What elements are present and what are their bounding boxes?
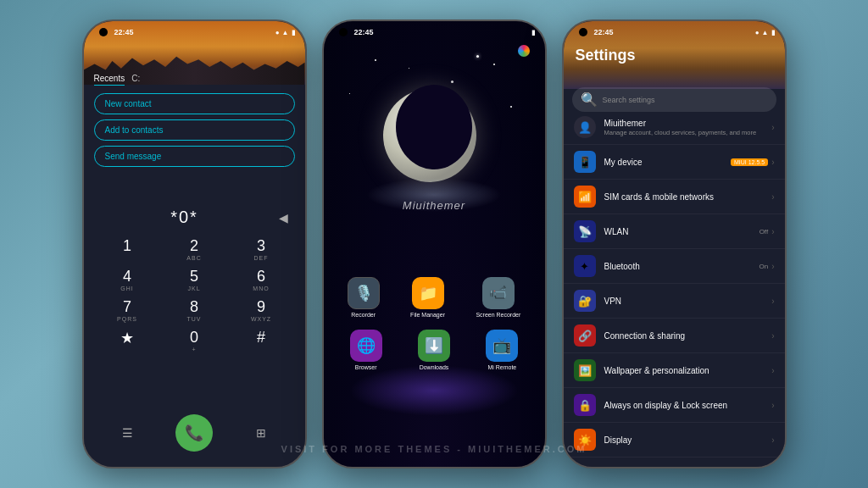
screen-recorder-label: Screen Recorder: [476, 312, 520, 318]
mydevice-icon: 📱: [574, 151, 596, 173]
dialpad-row-2: 4GHI 5JKL 6MNO: [94, 268, 295, 291]
wlan-value: Off: [760, 228, 769, 236]
sim-text: SIM cards & mobile networks: [604, 192, 764, 202]
search-bar[interactable]: 🔍 Search settings: [572, 87, 776, 112]
brand-text: Miuithemer: [324, 199, 545, 212]
app-file-manager[interactable]: 📁 File Manager: [410, 277, 445, 318]
miuithemer-text: Miuithemer Manage account, cloud service…: [604, 119, 764, 136]
display-text: Display: [604, 435, 764, 445]
signal-icon-3: ●: [755, 29, 760, 36]
dial-key-1[interactable]: 1: [104, 237, 151, 261]
settings-item-wlan[interactable]: 📡 WLAN Off ›: [564, 214, 785, 249]
dialpad-icon[interactable]: ⊞: [256, 426, 266, 440]
signal-icon: ●: [275, 29, 280, 36]
dial-key-6[interactable]: 6MNO: [238, 268, 285, 291]
app-recorder[interactable]: 🎙️ Recorder: [348, 277, 380, 318]
settings-item-bluetooth[interactable]: ✦ Bluetooth On ›: [564, 249, 785, 284]
settings-item-mydevice[interactable]: 📱 My device MIUI 12.5.5 ›: [564, 145, 785, 180]
status-icons-1: ● ▲ ▮: [275, 29, 295, 36]
vpn-icon: 🔐: [574, 290, 596, 312]
settings-item-vpn[interactable]: 🔐 VPN ›: [564, 284, 785, 319]
wlan-label: WLAN: [604, 227, 751, 236]
dial-key-3[interactable]: 3DEF: [238, 237, 285, 261]
watermark: VISIT FOR MORE THEMES - MIUITHEMER.COM: [281, 444, 587, 454]
dial-key-9[interactable]: 9WXYZ: [238, 298, 285, 322]
app-mi-remote[interactable]: 📺 Mi Remote: [486, 330, 518, 370]
aod-label: Always on display & Lock screen: [604, 401, 764, 410]
settings-item-sim[interactable]: 📶 SIM cards & mobile networks ›: [564, 180, 785, 214]
dialpad-row-4: ★ 0+ #: [94, 329, 295, 352]
dial-key-4[interactable]: 4GHI: [104, 268, 151, 291]
phone-home: Miuithemer 🎙️ Recorder 📁 File Manager 📹 …: [322, 19, 547, 469]
status-time-2: 22:45: [354, 28, 374, 36]
settings-item-wallpaper[interactable]: 🖼️ Wallpaper & personalization ›: [564, 353, 785, 388]
star-1: [375, 59, 376, 61]
chevron-icon-9: ›: [771, 435, 774, 445]
connection-icon: 🔗: [574, 324, 596, 347]
settings-item-connection[interactable]: 🔗 Connection & sharing ›: [564, 319, 785, 353]
dial-key-hash[interactable]: #: [238, 329, 285, 352]
dial-key-0[interactable]: 0+: [171, 329, 218, 352]
dial-key-7[interactable]: 7PQRS: [104, 298, 151, 322]
settings-list: 👤 Miuithemer Manage account, cloud servi…: [564, 110, 785, 467]
call-button[interactable]: 📞: [175, 414, 213, 452]
bottom-bar-1: ☰ 📞 ⊞: [84, 414, 305, 452]
add-to-contacts-btn[interactable]: Add to contacts: [94, 119, 295, 141]
phone-settings: 22:45 ● ▲ ▮ Settings 🔍 Search settings 👤…: [562, 19, 787, 469]
backspace-icon[interactable]: ◀: [279, 211, 288, 225]
downloads-icon: ⬇️: [418, 330, 450, 362]
bluetooth-icon: ✦: [574, 255, 596, 277]
settings-item-miuithemer[interactable]: 👤 Miuithemer Manage account, cloud servi…: [564, 110, 785, 145]
wallpaper-icon: 🖼️: [574, 359, 596, 381]
dialpad-row-3: 7PQRS 8TUV 9WXYZ: [94, 298, 295, 322]
wallpaper-right: ›: [771, 366, 774, 375]
mydevice-text: My device: [604, 158, 722, 167]
connection-text: Connection & sharing: [604, 331, 764, 341]
chevron-icon-5: ›: [771, 297, 774, 306]
app-row-1: 🎙️ Recorder 📁 File Manager 📹 Screen Reco…: [332, 277, 537, 318]
star-3: [451, 80, 453, 83]
display-row: *0* ◀: [84, 208, 305, 227]
status-time-1: 22:45: [114, 28, 134, 36]
dial-key-star[interactable]: ★: [104, 329, 151, 352]
new-contact-btn[interactable]: New contact: [94, 93, 295, 114]
vpn-right: ›: [771, 297, 774, 306]
app-screen-recorder[interactable]: 📹 Screen Recorder: [476, 277, 520, 318]
send-message-btn[interactable]: Send message: [94, 146, 295, 167]
mi-remote-label: Mi Remote: [487, 364, 516, 370]
miuithemer-label: Miuithemer: [604, 119, 764, 128]
recorder-label: Recorder: [351, 312, 376, 318]
display-label: Display: [604, 435, 764, 445]
bluetooth-right: On ›: [759, 262, 774, 271]
settings-item-display[interactable]: ☀️ Display ›: [564, 423, 785, 458]
chevron-icon-2: ›: [771, 192, 774, 202]
dial-key-2[interactable]: 2ABC: [171, 237, 218, 261]
tab-recents[interactable]: Recents: [94, 72, 125, 86]
wlan-text: WLAN: [604, 227, 751, 236]
display-number: *0*: [101, 208, 269, 227]
sim-right: ›: [771, 192, 774, 202]
mydevice-right: MIUI 12.5.5 ›: [731, 158, 775, 167]
punch-hole-cam3: [579, 28, 587, 36]
app-downloads[interactable]: ⬇️ Downloads: [418, 330, 450, 370]
miuithemer-icon: 👤: [574, 116, 596, 138]
bluetooth-value: On: [759, 263, 768, 270]
dial-key-5[interactable]: 5JKL: [171, 268, 218, 291]
chevron-icon-0: ›: [771, 123, 774, 132]
status-bar-1: 22:45 ● ▲ ▮: [84, 21, 305, 40]
star-6: [510, 106, 512, 108]
connection-label: Connection & sharing: [604, 331, 764, 341]
aod-icon: 🔒: [574, 394, 596, 416]
home-bg: Miuithemer 🎙️ Recorder 📁 File Manager 📹 …: [324, 21, 545, 467]
dialpad-row-1: 1 2ABC 3DEF: [94, 237, 295, 261]
downloads-label: Downloads: [420, 364, 449, 370]
action-buttons: New contact Add to contacts Send message: [94, 93, 295, 167]
phone-dialer: 22:45 ● ▲ ▮ Recents C: New contact Add t…: [82, 19, 307, 469]
settings-item-aod[interactable]: 🔒 Always on display & Lock screen ›: [564, 388, 785, 423]
sim-label: SIM cards & mobile networks: [604, 192, 764, 202]
dial-key-8[interactable]: 8TUV: [171, 298, 218, 322]
menu-icon[interactable]: ☰: [122, 426, 133, 440]
chevron-icon-6: ›: [771, 331, 774, 341]
tab-contacts[interactable]: C:: [131, 72, 140, 86]
app-browser[interactable]: 🌐 Browser: [350, 330, 382, 370]
